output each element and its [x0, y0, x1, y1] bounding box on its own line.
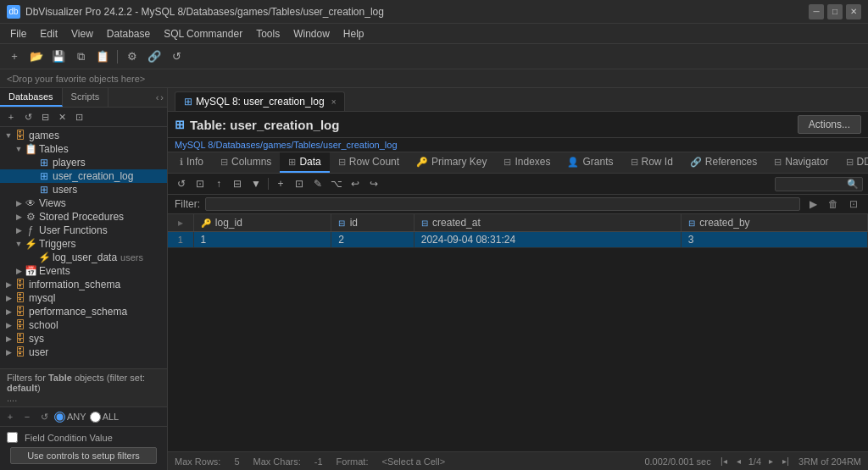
- search-box: 🔍: [775, 177, 863, 191]
- filter-minus-btn[interactable]: −: [20, 410, 34, 423]
- rowid-icon: ⊟: [631, 157, 638, 168]
- tree-item-views[interactable]: ▶ 👁 Views: [0, 196, 167, 210]
- filter-setup-label: Field Condition Value: [7, 430, 160, 445]
- dt-export-btn[interactable]: ↑: [210, 175, 227, 192]
- sidebar-tab-nav: ‹ ›: [153, 88, 167, 107]
- menu-view[interactable]: View: [64, 26, 100, 41]
- sidebar-refresh-btn[interactable]: ↺: [20, 109, 36, 124]
- menu-tools[interactable]: Tools: [249, 26, 287, 41]
- tree-item-performance-schema[interactable]: ▶ 🗄 performance_schema: [0, 305, 167, 318]
- detail-tab-columns[interactable]: ⊟ Columns: [212, 152, 280, 173]
- sidebar-tab-databases[interactable]: Databases: [0, 88, 63, 107]
- sidebar-more-btn[interactable]: ⊡: [71, 109, 86, 124]
- toolbar-copy[interactable]: ⧉: [71, 47, 90, 66]
- cell-log-id[interactable]: 1: [193, 232, 331, 248]
- sidebar-nav-next[interactable]: ›: [160, 92, 164, 102]
- tree-label-uf: User Functions: [39, 224, 108, 236]
- dt-import-btn[interactable]: ⊟: [229, 175, 246, 192]
- menu-file[interactable]: File: [3, 26, 33, 41]
- tree-label-mysql: mysql: [29, 292, 55, 304]
- detail-tab-navigator[interactable]: ⊟ Navigator: [765, 152, 837, 173]
- maximize-button[interactable]: □: [827, 4, 843, 19]
- dt-commit-btn[interactable]: ⌥: [328, 175, 345, 192]
- tree-item-triggers[interactable]: ▼ ⚡ Triggers: [0, 237, 167, 251]
- dt-redo-btn[interactable]: ↪: [365, 175, 382, 192]
- menu-database[interactable]: Database: [100, 26, 157, 41]
- detail-tab-data[interactable]: ⊞ Data: [280, 152, 329, 173]
- actions-button[interactable]: Actions...: [798, 115, 861, 134]
- detail-tab-indexes[interactable]: ⊟ Indexes: [495, 152, 559, 173]
- sidebar-add-btn[interactable]: +: [3, 109, 19, 124]
- toolbar-history[interactable]: ↺: [167, 47, 186, 66]
- cell-created-by[interactable]: 3: [681, 232, 867, 248]
- table-row[interactable]: 1 1 2 2024-09-04 08:31:24 3: [168, 232, 868, 248]
- tree-item-users[interactable]: ⊞ users: [0, 183, 167, 196]
- dt-edit-btn[interactable]: ✎: [309, 175, 326, 192]
- toolbar-new[interactable]: +: [5, 47, 24, 66]
- data-icon: ⊞: [288, 157, 296, 168]
- detail-tab-rowid[interactable]: ⊟ Row Id: [622, 152, 682, 173]
- filter-condition-checkbox[interactable]: [7, 432, 18, 443]
- dt-filter-btn[interactable]: ▼: [248, 175, 264, 192]
- tree-item-school[interactable]: ▶ 🗄 school: [0, 318, 167, 332]
- sidebar-tab-scripts[interactable]: Scripts: [63, 88, 109, 107]
- tree-item-tables[interactable]: ▼ 📋 Tables: [0, 142, 167, 156]
- tree-item-information-schema[interactable]: ▶ 🗄 information_schema: [0, 278, 167, 291]
- filter-execute-btn[interactable]: ▶: [805, 196, 821, 212]
- radio-all[interactable]: ALL: [90, 412, 120, 423]
- tree-item-log-user-data[interactable]: ⚡ log_user_data users: [0, 251, 167, 264]
- dt-add-row-btn[interactable]: +: [272, 175, 289, 192]
- detail-tab-grants[interactable]: 👤 Grants: [559, 152, 621, 173]
- detail-tab-references[interactable]: 🔗 References: [682, 152, 765, 173]
- cell-id[interactable]: 2: [331, 232, 414, 248]
- dt-duplicate-btn[interactable]: ⊡: [291, 175, 308, 192]
- detail-tab-info[interactable]: ℹ Info: [171, 152, 212, 173]
- cell-row-num: 1: [168, 232, 193, 248]
- dt-stop-btn[interactable]: ⊡: [192, 175, 209, 192]
- menu-edit[interactable]: Edit: [33, 26, 64, 41]
- filter-refresh-btn[interactable]: ↺: [37, 410, 51, 423]
- sidebar-filter-btn[interactable]: ⊟: [37, 109, 53, 124]
- nav-last-btn[interactable]: ▸|: [780, 456, 792, 467]
- use-controls-button[interactable]: Use controls to setup filters: [10, 447, 157, 464]
- detail-tab-ddl[interactable]: ⊟ DDL: [837, 152, 868, 173]
- nav-first-btn[interactable]: |◂: [718, 456, 730, 467]
- tree-item-user-creation-log[interactable]: ⊞ user_creation_log: [0, 169, 167, 183]
- dt-refresh-btn[interactable]: ↺: [173, 175, 190, 192]
- tree-item-games[interactable]: ▼ 🗄 games: [0, 129, 167, 142]
- menu-sql-commander[interactable]: SQL Commander: [157, 26, 249, 41]
- detail-tab-primarykey[interactable]: 🔑 Primary Key: [408, 152, 495, 173]
- sidebar-nav-prev[interactable]: ‹: [156, 92, 159, 102]
- tree-item-user[interactable]: ▶ 🗄 user: [0, 346, 167, 359]
- data-area[interactable]: ▸ 🔑 log_id ⊟ id ⊟ created_at: [168, 214, 868, 451]
- sidebar-disconnect-btn[interactable]: ✕: [54, 109, 70, 124]
- tree-item-events[interactable]: ▶ 📅 Events: [0, 264, 167, 278]
- tree-item-mysql[interactable]: ▶ 🗄 mysql: [0, 291, 167, 305]
- menu-help[interactable]: Help: [337, 26, 371, 41]
- filter-add-btn[interactable]: +: [3, 410, 17, 423]
- toolbar-save[interactable]: 💾: [49, 47, 68, 66]
- tree-item-sys[interactable]: ▶ 🗄 sys: [0, 332, 167, 346]
- cell-created-at[interactable]: 2024-09-04 08:31:24: [414, 232, 681, 248]
- toolbar-paste[interactable]: 📋: [93, 47, 112, 66]
- filter-clear-btn[interactable]: 🗑: [826, 196, 841, 212]
- radio-any[interactable]: ANY: [54, 412, 86, 423]
- dt-undo-btn[interactable]: ↩: [347, 175, 364, 192]
- tree-item-stored-procedures[interactable]: ▶ ⚙ Stored Procedures: [0, 210, 167, 224]
- minimize-button[interactable]: ─: [809, 4, 824, 19]
- toolbar-settings[interactable]: ⚙: [123, 47, 142, 66]
- main-tab-user-creation-log[interactable]: ⊞ MySQL 8: user_creation_log ×: [175, 91, 345, 111]
- tab-close[interactable]: ×: [331, 97, 337, 107]
- tree-item-user-functions[interactable]: ▶ ƒ User Functions: [0, 224, 167, 237]
- search-input[interactable]: [779, 179, 847, 189]
- filter-more-btn[interactable]: ⊡: [846, 196, 861, 212]
- toolbar-connect[interactable]: 🔗: [145, 47, 164, 66]
- nav-prev-btn[interactable]: ◂: [733, 456, 745, 467]
- menu-window[interactable]: Window: [287, 26, 337, 41]
- toolbar-open[interactable]: 📂: [27, 47, 46, 66]
- tree-item-players[interactable]: ⊞ players: [0, 156, 167, 169]
- close-button[interactable]: ✕: [846, 4, 861, 19]
- nav-next-btn[interactable]: ▸: [765, 456, 776, 467]
- filter-bar-input[interactable]: [205, 197, 800, 211]
- detail-tab-rowcount[interactable]: ⊟ Row Count: [330, 152, 408, 173]
